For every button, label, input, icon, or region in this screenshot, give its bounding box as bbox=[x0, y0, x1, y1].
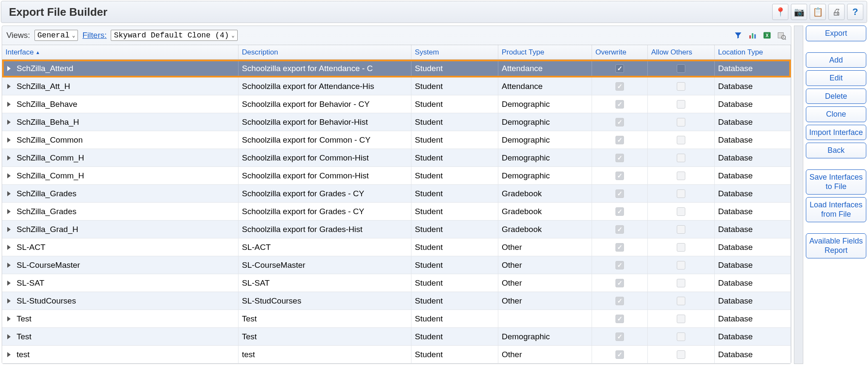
checkbox[interactable] bbox=[677, 154, 685, 162]
expand-icon[interactable] bbox=[7, 84, 11, 89]
export-button[interactable]: Export bbox=[806, 26, 866, 41]
col-interface[interactable]: Interface ▲ bbox=[2, 45, 239, 59]
map-pin-icon[interactable]: 📍 bbox=[772, 4, 788, 20]
expand-icon[interactable] bbox=[7, 281, 11, 286]
filter-icon[interactable] bbox=[733, 30, 743, 40]
save-interfaces-button[interactable]: Save Interfaces to File bbox=[806, 169, 866, 195]
checkbox[interactable] bbox=[677, 189, 685, 198]
col-overwrite[interactable]: Overwrite bbox=[592, 45, 648, 59]
table-row[interactable]: SchZilla_Grad_HSchoolzilla export for Gr… bbox=[2, 221, 791, 238]
expand-icon[interactable] bbox=[7, 173, 11, 178]
checkbox[interactable] bbox=[677, 297, 685, 305]
expand-icon[interactable] bbox=[7, 352, 11, 357]
views-select[interactable]: General ⌄ bbox=[34, 30, 78, 41]
scrollbar[interactable] bbox=[794, 26, 803, 364]
checkbox[interactable] bbox=[615, 297, 624, 305]
expand-icon[interactable] bbox=[7, 102, 11, 107]
checkbox[interactable] bbox=[615, 279, 624, 287]
chart-icon[interactable] bbox=[747, 30, 758, 40]
print-preview-icon[interactable] bbox=[776, 30, 787, 40]
checkbox[interactable] bbox=[615, 118, 624, 126]
filters-select[interactable]: Skyward Default Clone (4) ⌄ bbox=[111, 30, 237, 41]
table-header: Interface ▲ Description System Product T… bbox=[2, 45, 791, 60]
table-row[interactable]: SchZilla_Att_HSchoolzilla export for Att… bbox=[2, 77, 791, 95]
table-row[interactable]: SchZilla_Comm_HSchoolzilla export for Co… bbox=[2, 167, 791, 185]
camera-icon[interactable]: 📷 bbox=[791, 4, 807, 20]
checkbox[interactable] bbox=[677, 172, 685, 180]
back-button[interactable]: Back bbox=[806, 143, 866, 158]
checkbox[interactable] bbox=[677, 118, 685, 126]
expand-icon[interactable] bbox=[7, 245, 11, 250]
checkbox[interactable] bbox=[677, 64, 685, 73]
filters-link[interactable]: Filters: bbox=[82, 31, 106, 40]
checkbox[interactable] bbox=[615, 64, 624, 73]
checkbox[interactable] bbox=[615, 243, 624, 252]
checkbox[interactable] bbox=[615, 207, 624, 216]
expand-icon[interactable] bbox=[7, 298, 11, 304]
col-allow-others[interactable]: Allow Others bbox=[648, 45, 715, 59]
fields-report-button[interactable]: Available Fields Report bbox=[806, 233, 866, 258]
checkbox[interactable] bbox=[615, 154, 624, 162]
table-row[interactable]: SchZilla_GradesSchoolzilla export for Gr… bbox=[2, 185, 791, 203]
checkbox[interactable] bbox=[677, 350, 685, 359]
load-interfaces-button[interactable]: Load Interfaces from File bbox=[806, 197, 866, 222]
checkbox[interactable] bbox=[615, 225, 624, 234]
import-interface-button[interactable]: Import Interface bbox=[806, 125, 866, 140]
table-row[interactable]: TestTestStudentDemographicDatabase bbox=[2, 328, 791, 346]
checkbox[interactable] bbox=[677, 225, 685, 234]
expand-icon[interactable] bbox=[7, 316, 11, 321]
table-row[interactable]: SchZilla_AttendSchoolzilla export for At… bbox=[2, 60, 791, 77]
checkbox[interactable] bbox=[677, 136, 685, 144]
table-row[interactable]: SL-ACTSL-ACTStudentOtherDatabase bbox=[2, 238, 791, 256]
expand-icon[interactable] bbox=[7, 191, 11, 196]
checkbox[interactable] bbox=[615, 100, 624, 109]
print-icon[interactable]: 🖨 bbox=[828, 4, 845, 20]
expand-icon[interactable] bbox=[7, 120, 11, 125]
table-row[interactable]: SchZilla_CommonSchoolzilla export for Co… bbox=[2, 131, 791, 149]
checkbox[interactable] bbox=[677, 207, 685, 216]
clone-button[interactable]: Clone bbox=[806, 106, 866, 122]
table-row[interactable]: TestTestStudentDatabase bbox=[2, 310, 791, 328]
checkbox[interactable] bbox=[677, 332, 685, 341]
expand-icon[interactable] bbox=[7, 155, 11, 160]
checkbox[interactable] bbox=[615, 82, 624, 91]
checkbox[interactable] bbox=[677, 279, 685, 287]
col-description[interactable]: Description bbox=[239, 45, 411, 59]
col-system[interactable]: System bbox=[411, 45, 498, 59]
cell-interface: SchZilla_Comm_H bbox=[2, 149, 239, 166]
checkbox[interactable] bbox=[615, 172, 624, 180]
table-row[interactable]: SL-StudCoursesSL-StudCoursesStudentOther… bbox=[2, 292, 791, 310]
table-row[interactable]: SL-SATSL-SATStudentOtherDatabase bbox=[2, 274, 791, 292]
checkbox[interactable] bbox=[615, 350, 624, 359]
clipboard-icon[interactable]: 📋 bbox=[810, 4, 826, 20]
checkbox[interactable] bbox=[677, 261, 685, 269]
table-row[interactable]: testtestStudentOtherDatabase bbox=[2, 346, 791, 364]
col-location-type[interactable]: Location Type bbox=[715, 45, 791, 59]
expand-icon[interactable] bbox=[7, 334, 11, 339]
table-row[interactable]: SchZilla_Beha_HSchoolzilla export for Be… bbox=[2, 113, 791, 131]
edit-button[interactable]: Edit bbox=[806, 70, 866, 86]
checkbox[interactable] bbox=[677, 243, 685, 252]
help-icon[interactable]: ? bbox=[847, 4, 863, 20]
col-product-type[interactable]: Product Type bbox=[498, 45, 592, 59]
table-row[interactable]: SchZilla_GradesSchoolzilla export for Gr… bbox=[2, 203, 791, 221]
expand-icon[interactable] bbox=[7, 263, 11, 268]
checkbox[interactable] bbox=[615, 136, 624, 144]
delete-button[interactable]: Delete bbox=[806, 89, 866, 104]
checkbox[interactable] bbox=[615, 332, 624, 341]
table-row[interactable]: SL-CourseMasterSL-CourseMasterStudentOth… bbox=[2, 256, 791, 274]
checkbox[interactable] bbox=[677, 82, 685, 91]
expand-icon[interactable] bbox=[7, 227, 11, 232]
checkbox[interactable] bbox=[615, 261, 624, 269]
table-row[interactable]: SchZilla_Comm_HSchoolzilla export for Co… bbox=[2, 149, 791, 167]
excel-icon[interactable]: X bbox=[762, 30, 772, 40]
checkbox[interactable] bbox=[615, 189, 624, 198]
checkbox[interactable] bbox=[677, 315, 685, 323]
add-button[interactable]: Add bbox=[806, 52, 866, 68]
expand-icon[interactable] bbox=[7, 209, 11, 214]
checkbox[interactable] bbox=[677, 100, 685, 109]
checkbox[interactable] bbox=[615, 315, 624, 323]
expand-icon[interactable] bbox=[7, 66, 11, 71]
table-row[interactable]: SchZilla_BehaveSchoolzilla export for Be… bbox=[2, 95, 791, 113]
expand-icon[interactable] bbox=[7, 138, 11, 143]
